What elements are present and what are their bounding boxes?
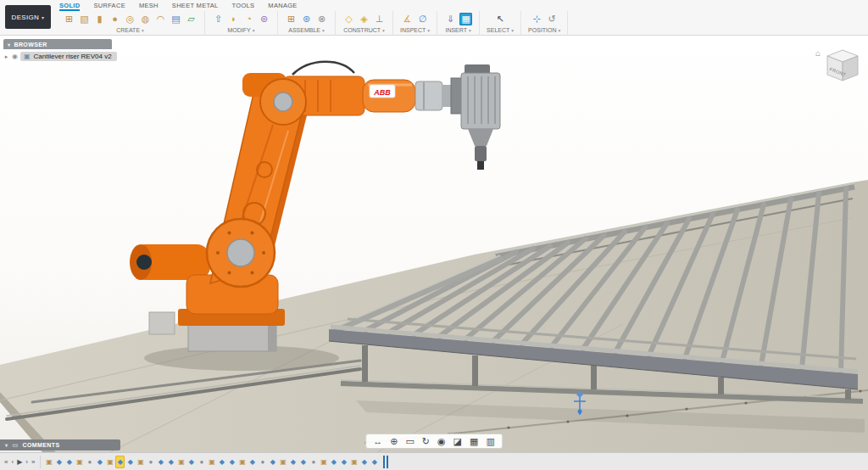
viewport-canvas[interactable]: ABB [0, 36, 868, 452]
fillet-icon[interactable]: ◗ [227, 13, 240, 25]
shell-icon[interactable]: ◔ [242, 13, 255, 25]
browser-item-root-component[interactable]: ▸ ◉ ▣ Cantilever riser REV04 v2 [3, 52, 117, 61]
toolbar-tab[interactable]: SURFACE [93, 0, 125, 11]
viewports-icon[interactable]: ▥ [486, 436, 494, 446]
play-button[interactable]: ▶ [17, 456, 22, 468]
toolbar-tab[interactable]: SOLID [59, 0, 80, 11]
go-to-start-button[interactable]: « [4, 456, 8, 468]
timeline-feature[interactable]: ▣ [349, 456, 359, 468]
visibility-icon[interactable]: ◉ [12, 53, 18, 60]
construct-menu-label[interactable]: CONSTRUCT ▾ [343, 27, 385, 33]
timeline-feature[interactable]: ◆ [288, 456, 298, 468]
component-label: Cantilever riser REV04 v2 [34, 53, 112, 60]
timeline-feature[interactable]: ◆ [329, 456, 338, 468]
timeline-feature[interactable]: ▣ [136, 456, 145, 468]
select-cursor-icon[interactable]: ↖ [494, 13, 507, 25]
new-component-icon[interactable]: ⊞ [285, 13, 298, 25]
timeline-feature[interactable]: ▣ [44, 456, 53, 468]
timeline-feature[interactable]: ▣ [237, 456, 247, 468]
timeline-feature[interactable]: ◆ [186, 456, 196, 468]
position-menu-label[interactable]: POSITION ▾ [528, 27, 560, 33]
measure-icon[interactable]: ∡ [401, 13, 414, 25]
comments-bar[interactable]: ▾ ▭ COMMENTS [0, 439, 120, 450]
joint-icon[interactable]: ⊛ [300, 13, 313, 25]
orbit-icon[interactable]: ↻ [422, 436, 430, 446]
timeline-feature[interactable]: ● [146, 456, 155, 468]
sphere-icon[interactable]: ● [108, 13, 121, 25]
new-component-icon[interactable]: ⊞ [63, 13, 75, 25]
capture-position-icon[interactable]: ⊹ [531, 13, 543, 25]
timeline-feature[interactable]: ● [258, 456, 267, 468]
insert-menu-label[interactable]: INSERT ▾ [445, 27, 470, 33]
timeline-feature[interactable]: ● [85, 456, 94, 468]
go-to-end-button[interactable]: » [31, 456, 35, 468]
timeline-feature[interactable]: ◆ [359, 456, 369, 468]
viewcube[interactable]: FRONT [827, 50, 858, 81]
toolbar-tab[interactable]: TOOLS [232, 0, 255, 11]
select-menu-label[interactable]: SELECT ▾ [487, 27, 514, 33]
box-icon[interactable]: ▧ [78, 13, 91, 25]
cylinder-icon[interactable]: ▮ [93, 13, 106, 25]
create-menu-label[interactable]: CREATE ▾ [116, 27, 144, 33]
timeline-feature[interactable]: ◆ [268, 456, 277, 468]
timeline-feature[interactable]: ▣ [207, 456, 216, 468]
zoom-icon[interactable]: ⊕ [390, 436, 398, 446]
press-pull-icon[interactable]: ⇧ [212, 13, 225, 25]
timeline-feature[interactable]: ● [309, 456, 318, 468]
timeline-feature[interactable]: ▣ [319, 456, 328, 468]
viewport[interactable]: ABB ▾ BROWSER [0, 36, 868, 452]
grid-settings-icon[interactable]: ▦ [470, 436, 478, 446]
offset-plane-icon[interactable]: ◇ [342, 13, 355, 25]
timeline-feature[interactable]: ▣ [278, 456, 287, 468]
timeline-feature[interactable]: ◆ [125, 456, 135, 468]
timeline-feature[interactable]: ◆ [54, 456, 64, 468]
revert-position-icon[interactable]: ↺ [546, 13, 559, 25]
toolbar-tab[interactable]: MANAGE [268, 0, 297, 11]
timeline-feature[interactable]: ◆ [166, 456, 175, 468]
toolbar-tab[interactable]: SHEET METAL [172, 0, 219, 11]
toolbar-tab[interactable]: MESH [139, 0, 159, 11]
timeline-feature[interactable]: ◆ [370, 456, 379, 468]
pattern-icon[interactable]: ▤ [170, 13, 182, 25]
pan-icon[interactable]: ↔ [373, 436, 382, 446]
timeline-feature[interactable]: ▣ [75, 456, 84, 468]
coil-icon[interactable]: ◍ [139, 13, 152, 25]
fit-icon[interactable]: ▭ [405, 436, 414, 446]
toolbar: DESIGN ▾ SOLIDSURFACEMESHSHEET METALTOOL… [0, 0, 868, 36]
midplane-icon[interactable]: ◈ [358, 13, 370, 25]
display-settings-icon[interactable]: ◪ [453, 436, 462, 446]
timeline-feature[interactable]: ◆ [95, 456, 104, 468]
axis-icon[interactable]: ⊥ [373, 13, 386, 25]
torus-icon[interactable]: ◎ [124, 13, 136, 25]
step-forward-button[interactable]: › [25, 456, 28, 468]
timeline-feature[interactable]: ◆ [64, 456, 74, 468]
timeline-feature[interactable]: ▣ [176, 456, 186, 468]
assemble-menu-label[interactable]: ASSEMBLE ▾ [288, 27, 325, 33]
timeline-feature[interactable]: ◆ [156, 456, 165, 468]
canvas-icon[interactable]: ▦ [459, 13, 472, 25]
timeline-feature[interactable]: ◆ [248, 456, 257, 468]
rigid-group-icon[interactable]: ⊗ [315, 13, 328, 25]
timeline-feature[interactable]: ▣ [105, 456, 114, 468]
viewcube-home-icon[interactable]: ⌂ [815, 48, 821, 58]
inspect-menu-label[interactable]: INSPECT ▾ [400, 27, 430, 33]
browser-header[interactable]: ▾ BROWSER [3, 39, 112, 49]
timeline-feature[interactable]: ◆ [115, 456, 125, 468]
timeline-feature[interactable]: ● [197, 456, 206, 468]
timeline-feature[interactable]: ◆ [217, 456, 226, 468]
insert-derive-icon[interactable]: ⇓ [444, 13, 457, 25]
pipe-icon[interactable]: ◠ [154, 13, 167, 25]
step-back-button[interactable]: ‹ [11, 456, 14, 468]
timeline-feature[interactable]: ◆ [339, 456, 348, 468]
modify-menu-label[interactable]: MODIFY ▾ [228, 27, 255, 33]
section-analysis-icon[interactable]: ∅ [416, 13, 429, 25]
expand-icon[interactable]: ▸ [3, 53, 9, 60]
sketch-icon[interactable]: ▱ [185, 13, 198, 25]
spindle-tool[interactable] [451, 64, 500, 170]
timeline-feature[interactable]: ◆ [298, 456, 308, 468]
combine-icon[interactable]: ⊚ [258, 13, 270, 25]
timeline-position-marker[interactable] [383, 456, 388, 468]
timeline-feature[interactable]: ◆ [227, 456, 236, 468]
design-menu-button[interactable]: DESIGN ▾ [5, 5, 51, 29]
look-at-icon[interactable]: ◉ [437, 436, 446, 446]
